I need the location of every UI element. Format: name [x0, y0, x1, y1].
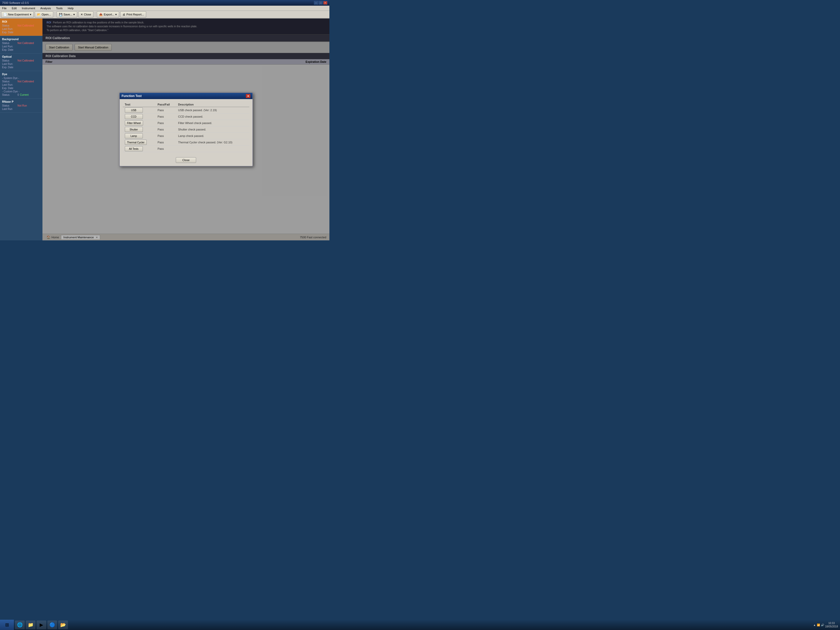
test-description-cell: Thermal Cycler check passed. (Ver: G2.10… — [176, 139, 249, 146]
test-run-button[interactable]: All Tests — [125, 146, 143, 151]
test-run-button[interactable]: Lamp — [125, 133, 143, 139]
rnasep-lastrun-label: Last Run — [2, 107, 17, 111]
close-button[interactable]: ✕ Close — [78, 11, 93, 17]
menu-tools[interactable]: Tools — [55, 7, 64, 10]
menu-bar: File Edit Instrument Analysis Tools Help — [0, 6, 329, 11]
col-description-header: Description — [176, 102, 249, 107]
print-report-button[interactable]: 🖨 Print Report... — [120, 11, 146, 17]
table-header-row: Test Pass/Fail Description — [123, 102, 249, 107]
maximize-button[interactable]: □ — [319, 1, 323, 5]
test-button-cell: USB — [123, 107, 156, 114]
sidebar-dye-system-label: - System Dye - — [2, 77, 40, 79]
sidebar-roi-status: Status Not Calibrated — [2, 24, 40, 27]
dye-status-value: Not Calibrated — [17, 80, 34, 83]
sidebar: ROI Status Not Calibrated Last Run: Exp.… — [0, 19, 43, 240]
print-icon: 🖨 — [123, 13, 125, 16]
menu-instrument[interactable]: Instrument — [21, 7, 36, 10]
save-icon: 💾 — [59, 13, 63, 16]
sidebar-optical-title: Optical — [2, 55, 40, 58]
test-description-cell: CCD check passed. — [176, 114, 249, 120]
minimize-button[interactable]: ─ — [314, 1, 318, 5]
roi-lastrun-label: Last Run: — [2, 28, 17, 30]
toolbar-separator-1 — [55, 12, 55, 17]
dialog-close-button[interactable]: Close — [176, 157, 196, 163]
sidebar-rnasep-status: Status Not Run — [2, 104, 40, 107]
sidebar-background-title: Background — [2, 38, 40, 41]
open-button[interactable]: 📂 Open... — [35, 11, 53, 17]
window-controls: ─ □ ✕ — [314, 1, 327, 5]
new-experiment-icon: 📄 — [3, 13, 7, 16]
test-run-button[interactable]: Filter Wheel — [125, 120, 143, 126]
table-row: ShutterPassShutter check passed. — [123, 126, 249, 133]
menu-file[interactable]: File — [1, 7, 8, 10]
dye-system-label: - System Dye - — [2, 77, 19, 79]
content-area: ROI Perform an ROI calibration to map th… — [43, 19, 329, 240]
window-close-button[interactable]: ✕ — [323, 1, 327, 5]
test-run-button[interactable]: USB — [125, 107, 143, 113]
optical-lastrun-label: Last Run: — [2, 63, 17, 65]
dye-lastrun-label: Last Run: — [2, 84, 17, 86]
sidebar-dye-custom-status: Status: 0 Current — [2, 93, 40, 96]
save-button[interactable]: 💾 Save... ▾ — [57, 11, 77, 17]
dye-custom-current: Current — [20, 93, 28, 96]
dye-expdate-label: Exp. Date — [2, 87, 17, 90]
sidebar-optical-lastrun: Last Run: — [2, 63, 40, 65]
app-title: 7500 Software v2.0.5 — [2, 1, 29, 5]
dye-custom-label: - Custom Dye - — [2, 90, 19, 93]
dropdown-arrow-icon: ▾ — [30, 13, 32, 16]
open-icon: 📂 — [37, 13, 41, 16]
sidebar-optical-expdate: Exp. Date — [2, 66, 40, 69]
new-experiment-button[interactable]: 📄 New Experiment ▾ — [1, 11, 34, 17]
roi-expdate-label: Exp. Date — [2, 31, 17, 34]
bg-status-value: Not Calibrated — [17, 42, 34, 44]
dialog-close-x-button[interactable]: ✕ — [246, 94, 250, 98]
test-run-button[interactable]: Thermal Cycler — [125, 140, 147, 145]
sidebar-rnasep-title: RNase P — [2, 100, 40, 103]
test-result-cell: Pass — [155, 146, 176, 152]
function-test-table: Test Pass/Fail Description USBPassUSB ch… — [123, 102, 249, 152]
sidebar-background-lastrun: Last Run: — [2, 45, 40, 48]
sidebar-background-section: Background Status Not Calibrated Last Ru… — [0, 36, 43, 54]
test-description-cell — [176, 146, 249, 152]
rnasep-status-label: Status — [2, 104, 17, 107]
menu-help[interactable]: Help — [67, 7, 75, 10]
sidebar-dye-title: Dye — [2, 73, 40, 76]
sidebar-rnasep-section: RNase P Status Not Run Last Run — [0, 99, 43, 113]
bg-expdate-label: Exp. Date — [2, 48, 17, 51]
test-result-cell: Pass — [155, 126, 176, 133]
menu-edit[interactable]: Edit — [11, 7, 18, 10]
table-row: LampPassLamp check passed. — [123, 133, 249, 139]
sidebar-rnasep-lastrun: Last Run — [2, 107, 40, 111]
col-passfail-header: Pass/Fail — [155, 102, 176, 107]
save-dropdown-icon: ▾ — [73, 13, 75, 16]
col-test-header: Test — [123, 102, 156, 107]
table-row: All TestsPass — [123, 146, 249, 152]
title-bar: 7500 Software v2.0.5 ─ □ ✕ — [0, 0, 329, 6]
sidebar-background-expdate: Exp. Date — [2, 48, 40, 51]
test-description-cell: Filter Wheel check passed. — [176, 120, 249, 126]
close-icon: ✕ — [81, 13, 83, 16]
test-button-cell: CCD — [123, 114, 156, 120]
sidebar-roi-lastrun: Last Run: — [2, 28, 40, 30]
optical-status-value: Not Calibrated — [17, 59, 34, 62]
sidebar-optical-section: Optical Status Not Calibrated Last Run: … — [0, 54, 43, 71]
test-result-cell: Pass — [155, 114, 176, 120]
toolbar-separator-2 — [95, 12, 95, 17]
roi-status-label: Status — [2, 24, 17, 27]
test-run-button[interactable]: CCD — [125, 114, 143, 119]
dialog-content: Test Pass/Fail Description USBPassUSB ch… — [120, 99, 253, 155]
sidebar-roi-expdate: Exp. Date — [2, 31, 40, 34]
dialog-title: Function Test — [122, 94, 142, 98]
sidebar-roi-section: ROI Status Not Calibrated Last Run: Exp.… — [0, 19, 43, 36]
sidebar-dye-status: Status: Not Calibrated — [2, 80, 40, 83]
test-result-cell: Pass — [155, 120, 176, 126]
export-button[interactable]: 📤 Export... ▾ — [97, 11, 119, 17]
table-row: Filter WheelPassFilter Wheel check passe… — [123, 120, 249, 126]
test-run-button[interactable]: Shutter — [125, 127, 143, 132]
test-description-cell: USB check passed. (Ver: 2.19) — [176, 107, 249, 114]
sidebar-dye-expdate: Exp. Date — [2, 87, 40, 90]
export-icon: 📤 — [99, 13, 103, 16]
dye-custom-status-number: 0 — [17, 93, 19, 96]
menu-analysis[interactable]: Analysis — [39, 7, 52, 10]
dialog-footer: Close — [120, 155, 253, 166]
